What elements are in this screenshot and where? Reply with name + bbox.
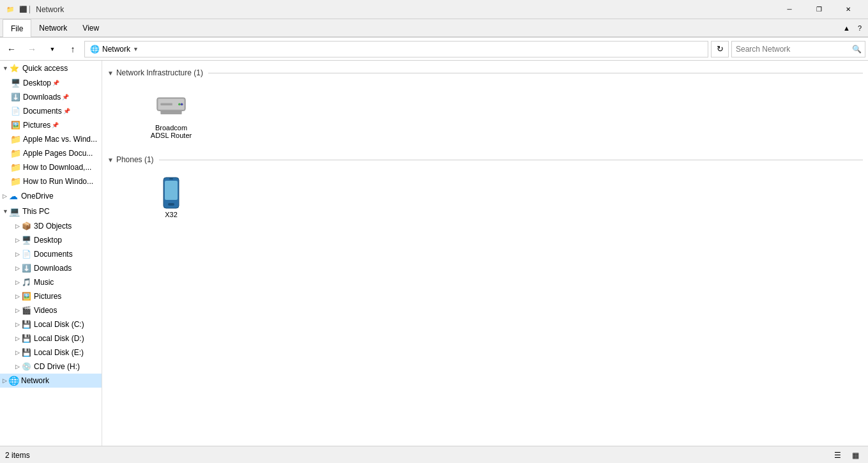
back-button[interactable]: ← [3, 40, 20, 58]
title-bar-left: 📁 ⬛ │ Network [5, 4, 64, 15]
status-view-buttons: ☰ ▦ [830, 448, 863, 463]
computer-icon: 💻 [10, 206, 20, 216]
group-header-phones[interactable]: ▼ Phones (1) [107, 155, 863, 164]
onedrive-label: OneDrive [21, 192, 54, 201]
title-bar: 📁 ⬛ │ Network ─ ❐ ✕ [0, 0, 868, 19]
sidebar-item-apple-pages[interactable]: 📁 Apple Pages Docu... [0, 146, 102, 160]
tab-network[interactable]: Network [31, 19, 75, 37]
desktop-pc-icon: 🖥️ [21, 235, 31, 245]
expand-doc: ▷ [15, 251, 20, 257]
video-icon: 🎬 [21, 305, 31, 315]
sidebar-item-desktop-qa[interactable]: 🖥️ Desktop 📌 [0, 76, 102, 90]
svg-point-3 [178, 103, 181, 105]
sidebar-item-cd-drive[interactable]: ▷ 💿 CD Drive (H:) [0, 360, 102, 374]
sidebar-item-how-download[interactable]: 📁 How to Download,... [0, 160, 102, 174]
group-items-infra: Broadcom ADSL Router [107, 82, 863, 153]
sidebar-item-videos-pc[interactable]: ▷ 🎬 Videos [0, 303, 102, 317]
ribbon: File Network View ▲ ? [0, 19, 868, 38]
ribbon-collapse-btn[interactable]: ▲ [839, 24, 854, 32]
address-path[interactable]: 🌐 Network ▼ [84, 41, 708, 57]
onedrive-header[interactable]: ▷ ☁ OneDrive [0, 188, 102, 204]
expand-d: ▷ [15, 335, 20, 342]
quick-access-icon: ⭐ [10, 63, 20, 73]
help-btn[interactable]: ? [854, 24, 865, 32]
sidebar-item-pictures-qa[interactable]: 🖼️ Pictures 📌 [0, 118, 102, 132]
expand-dl: ▷ [15, 265, 20, 271]
expand-c: ▷ [15, 321, 20, 328]
main-layout: ▼ ⭐ Quick access 🖥️ Desktop 📌 ⬇️ Downloa… [0, 61, 868, 446]
sidebar-item-music-pc[interactable]: ▷ 🎵 Music [0, 275, 102, 289]
sidebar-item-pictures-pc[interactable]: ▷ 🖼️ Pictures [0, 289, 102, 303]
up-button[interactable]: ↑ [64, 40, 82, 58]
group-expand-icon: ▼ [107, 70, 114, 77]
sidebar: ▼ ⭐ Quick access 🖥️ Desktop 📌 ⬇️ Downloa… [0, 61, 102, 446]
item-phone[interactable]: X32 [146, 172, 197, 224]
close-button[interactable]: ✕ [834, 0, 863, 19]
sidebar-item-documents-pc[interactable]: ▷ 📄 Documents [0, 247, 102, 261]
content-area: ▼ Network Infrastructure (1) Broadcom AD… [102, 61, 868, 446]
svg-point-4 [181, 103, 183, 105]
pin-icon-dl: 📌 [62, 94, 69, 100]
address-dropdown-arrow: ▼ [133, 46, 139, 52]
quick-access-label: Quick access [22, 64, 68, 73]
sidebar-item-local-d[interactable]: ▷ 💾 Local Disk (D:) [0, 331, 102, 345]
window-title: Network [36, 5, 64, 14]
pic-pc-icon: 🖼️ [21, 291, 31, 301]
search-submit-btn[interactable]: 🔍 [848, 41, 865, 57]
folder-icon-1: 📁 [10, 134, 20, 144]
3d-icon: 📦 [21, 221, 31, 231]
item-router[interactable]: Broadcom ADSL Router [146, 85, 197, 145]
search-input[interactable] [732, 42, 848, 57]
address-network-icon: 🌐 [90, 45, 100, 54]
folder-icon-3: 📁 [10, 162, 20, 172]
sidebar-item-3d[interactable]: ▷ 📦 3D Objects [0, 219, 102, 233]
expand-vid: ▷ [15, 307, 20, 314]
router-icon [156, 91, 187, 121]
pin-icon-doc: 📌 [63, 108, 70, 114]
this-pc-header[interactable]: ▼ 💻 This PC [0, 204, 102, 219]
sidebar-item-local-e[interactable]: ▷ 💾 Local Disk (E:) [0, 345, 102, 360]
restore-button[interactable]: ❐ [804, 0, 834, 19]
sidebar-item-downloads-pc[interactable]: ▷ ⬇️ Downloads [0, 261, 102, 275]
disk-e-icon: 💾 [21, 347, 31, 358]
sidebar-item-how-run[interactable]: 📁 How to Run Windo... [0, 174, 102, 188]
sidebar-item-network[interactable]: ▷ 🌐 Network [0, 374, 102, 388]
history-dropdown-btn[interactable]: ▼ [43, 40, 61, 58]
cd-icon: 💿 [21, 361, 31, 372]
sidebar-item-desktop-pc[interactable]: ▷ 🖥️ Desktop [0, 233, 102, 247]
disk-c-icon: 💾 [21, 319, 31, 330]
expand-e: ▷ [15, 349, 20, 356]
network-section: ▷ 🌐 Network [0, 374, 102, 388]
group-header-network-infra[interactable]: ▼ Network Infrastructure (1) [107, 68, 863, 77]
group-label-phones: Phones (1) [116, 155, 154, 164]
view-details-btn[interactable]: ☰ [830, 448, 845, 463]
quick-access-header[interactable]: ▼ ⭐ Quick access [0, 61, 102, 76]
network-expand-icon: ▷ [3, 377, 7, 384]
tab-view[interactable]: View [75, 19, 107, 37]
group-label-infra: Network Infrastructure (1) [116, 68, 203, 77]
sidebar-item-downloads-qa[interactable]: ⬇️ Downloads 📌 [0, 90, 102, 104]
ribbon-tabs: File Network View ▲ ? [0, 19, 868, 37]
sidebar-item-apple-mac[interactable]: 📁 Apple Mac vs. Wind... [0, 132, 102, 146]
expand-cd: ▷ [15, 363, 20, 370]
refresh-button[interactable]: ↻ [711, 41, 729, 57]
view-tiles-btn[interactable]: ▦ [848, 448, 863, 463]
documents-icon: 📄 [10, 106, 20, 116]
forward-button[interactable]: → [23, 40, 41, 58]
sidebar-item-local-c[interactable]: ▷ 💾 Local Disk (C:) [0, 317, 102, 331]
expand-pic: ▷ [15, 293, 20, 300]
doc-pc-icon: 📄 [21, 249, 31, 259]
group-expand-phones-icon: ▼ [107, 156, 114, 163]
sidebar-item-documents-qa[interactable]: 📄 Documents 📌 [0, 104, 102, 118]
svg-rect-9 [169, 178, 173, 179]
expand-music: ▷ [15, 279, 20, 285]
desktop-icon: 🖥️ [10, 78, 20, 88]
minimize-button[interactable]: ─ [775, 0, 804, 19]
tab-file[interactable]: File [3, 19, 31, 37]
search-box: 🔍 [731, 41, 865, 57]
onedrive-icon: ☁ [8, 191, 19, 201]
status-bar: 2 items ☰ ▦ [0, 446, 868, 463]
network-icon: 🌐 [8, 376, 19, 386]
pictures-icon: 🖼️ [10, 120, 20, 130]
title-bar-controls-left: ⬛ │ [19, 6, 32, 13]
